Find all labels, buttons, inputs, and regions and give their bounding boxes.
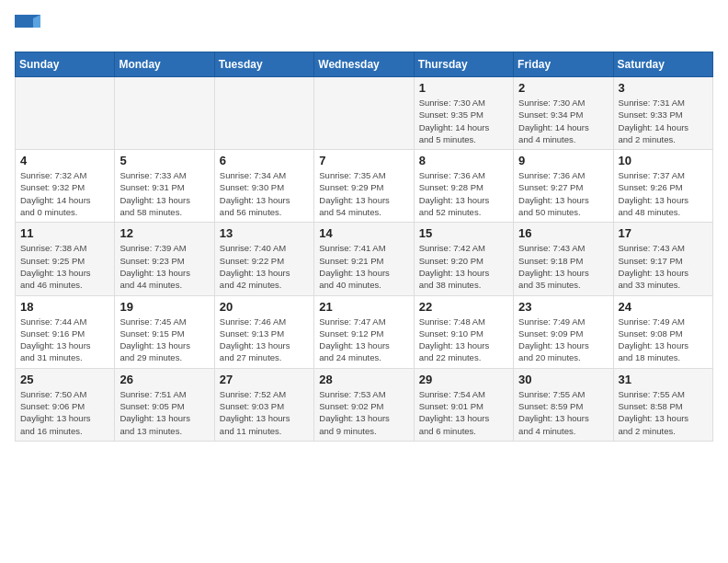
day-number: 28 <box>319 373 408 386</box>
calendar-cell <box>115 77 214 150</box>
day-info: Sunrise: 7:30 AMSunset: 9:35 PMDaylight:… <box>419 97 508 145</box>
calendar-week-row: 18Sunrise: 7:44 AMSunset: 9:16 PMDayligh… <box>16 295 713 368</box>
calendar-cell: 29Sunrise: 7:54 AMSunset: 9:01 PMDayligh… <box>414 368 513 441</box>
calendar-cell: 25Sunrise: 7:50 AMSunset: 9:06 PMDayligh… <box>16 368 115 441</box>
calendar-cell: 13Sunrise: 7:40 AMSunset: 9:22 PMDayligh… <box>214 223 313 295</box>
day-number: 27 <box>220 373 309 386</box>
calendar-cell: 9Sunrise: 7:36 AMSunset: 9:27 PMDaylight… <box>514 150 613 223</box>
day-number: 24 <box>619 300 708 314</box>
calendar-cell: 4Sunrise: 7:32 AMSunset: 9:32 PMDaylight… <box>16 150 115 223</box>
calendar-cell: 3Sunrise: 7:31 AMSunset: 9:33 PMDaylight… <box>613 77 712 150</box>
calendar-cell: 2Sunrise: 7:30 AMSunset: 9:34 PMDaylight… <box>514 77 613 150</box>
day-number: 22 <box>419 300 508 314</box>
day-info: Sunrise: 7:51 AMSunset: 9:05 PMDaylight:… <box>119 388 209 437</box>
day-number: 29 <box>419 373 508 386</box>
calendar-cell <box>16 77 115 150</box>
day-number: 23 <box>518 300 608 314</box>
day-info: Sunrise: 7:36 AMSunset: 9:27 PMDaylight:… <box>518 169 608 218</box>
day-info: Sunrise: 7:41 AMSunset: 9:21 PMDaylight:… <box>319 242 408 291</box>
day-info: Sunrise: 7:54 AMSunset: 9:01 PMDaylight:… <box>419 388 508 437</box>
day-info: Sunrise: 7:55 AMSunset: 8:59 PMDaylight:… <box>518 388 608 437</box>
column-header-monday: Monday <box>115 52 214 77</box>
day-number: 5 <box>119 154 209 167</box>
day-number: 2 <box>518 81 608 95</box>
day-number: 4 <box>20 154 109 167</box>
day-number: 14 <box>319 226 408 240</box>
day-number: 10 <box>619 154 708 167</box>
day-number: 19 <box>119 300 209 314</box>
day-number: 30 <box>518 373 608 386</box>
day-info: Sunrise: 7:49 AMSunset: 9:09 PMDaylight:… <box>518 316 608 364</box>
calendar-cell: 23Sunrise: 7:49 AMSunset: 9:09 PMDayligh… <box>514 295 613 368</box>
calendar-cell: 5Sunrise: 7:33 AMSunset: 9:31 PMDaylight… <box>115 150 214 223</box>
day-number: 17 <box>619 226 708 240</box>
calendar-cell: 16Sunrise: 7:43 AMSunset: 9:18 PMDayligh… <box>514 223 613 295</box>
day-number: 15 <box>419 226 508 240</box>
day-info: Sunrise: 7:55 AMSunset: 8:58 PMDaylight:… <box>619 388 708 437</box>
calendar-cell: 22Sunrise: 7:48 AMSunset: 9:10 PMDayligh… <box>414 295 513 368</box>
column-header-sunday: Sunday <box>16 52 115 77</box>
day-info: Sunrise: 7:31 AMSunset: 9:33 PMDaylight:… <box>619 97 708 145</box>
day-number: 25 <box>20 373 109 386</box>
column-header-wednesday: Wednesday <box>314 52 414 77</box>
logo <box>15 15 44 40</box>
day-number: 13 <box>220 226 309 240</box>
calendar-cell: 27Sunrise: 7:52 AMSunset: 9:03 PMDayligh… <box>214 368 313 441</box>
calendar-cell: 30Sunrise: 7:55 AMSunset: 8:59 PMDayligh… <box>514 368 613 441</box>
day-info: Sunrise: 7:39 AMSunset: 9:23 PMDaylight:… <box>119 242 209 291</box>
calendar-cell: 12Sunrise: 7:39 AMSunset: 9:23 PMDayligh… <box>115 223 214 295</box>
day-info: Sunrise: 7:37 AMSunset: 9:26 PMDaylight:… <box>619 169 708 218</box>
logo-icon <box>15 15 40 40</box>
column-header-saturday: Saturday <box>613 52 712 77</box>
calendar-table: SundayMondayTuesdayWednesdayThursdayFrid… <box>15 52 713 442</box>
day-info: Sunrise: 7:53 AMSunset: 9:02 PMDaylight:… <box>319 388 408 437</box>
day-info: Sunrise: 7:50 AMSunset: 9:06 PMDaylight:… <box>20 388 109 437</box>
day-number: 1 <box>419 81 508 95</box>
calendar-cell <box>314 77 414 150</box>
calendar-cell: 21Sunrise: 7:47 AMSunset: 9:12 PMDayligh… <box>314 295 414 368</box>
day-info: Sunrise: 7:49 AMSunset: 9:08 PMDaylight:… <box>619 316 708 364</box>
calendar-cell: 19Sunrise: 7:45 AMSunset: 9:15 PMDayligh… <box>115 295 214 368</box>
day-info: Sunrise: 7:32 AMSunset: 9:32 PMDaylight:… <box>20 169 109 218</box>
page-header <box>15 15 713 40</box>
calendar-cell: 15Sunrise: 7:42 AMSunset: 9:20 PMDayligh… <box>414 223 513 295</box>
day-number: 12 <box>119 226 209 240</box>
calendar-cell: 20Sunrise: 7:46 AMSunset: 9:13 PMDayligh… <box>214 295 313 368</box>
day-number: 26 <box>119 373 209 386</box>
column-header-thursday: Thursday <box>414 52 513 77</box>
day-info: Sunrise: 7:44 AMSunset: 9:16 PMDaylight:… <box>20 316 109 364</box>
calendar-cell <box>214 77 313 150</box>
day-number: 11 <box>20 226 109 240</box>
day-number: 7 <box>319 154 408 167</box>
calendar-cell: 14Sunrise: 7:41 AMSunset: 9:21 PMDayligh… <box>314 223 414 295</box>
svg-rect-1 <box>15 28 40 40</box>
day-number: 20 <box>220 300 309 314</box>
day-info: Sunrise: 7:40 AMSunset: 9:22 PMDaylight:… <box>220 242 309 291</box>
day-number: 9 <box>518 154 608 167</box>
calendar-cell: 24Sunrise: 7:49 AMSunset: 9:08 PMDayligh… <box>613 295 712 368</box>
calendar-cell: 10Sunrise: 7:37 AMSunset: 9:26 PMDayligh… <box>613 150 712 223</box>
day-info: Sunrise: 7:33 AMSunset: 9:31 PMDaylight:… <box>119 169 209 218</box>
day-info: Sunrise: 7:36 AMSunset: 9:28 PMDaylight:… <box>419 169 508 218</box>
calendar-week-row: 4Sunrise: 7:32 AMSunset: 9:32 PMDaylight… <box>16 150 713 223</box>
day-info: Sunrise: 7:42 AMSunset: 9:20 PMDaylight:… <box>419 242 508 291</box>
day-info: Sunrise: 7:34 AMSunset: 9:30 PMDaylight:… <box>220 169 309 218</box>
calendar-week-row: 1Sunrise: 7:30 AMSunset: 9:35 PMDaylight… <box>16 77 713 150</box>
day-number: 18 <box>20 300 109 314</box>
day-info: Sunrise: 7:48 AMSunset: 9:10 PMDaylight:… <box>419 316 508 364</box>
calendar-cell: 26Sunrise: 7:51 AMSunset: 9:05 PMDayligh… <box>115 368 214 441</box>
calendar-cell: 6Sunrise: 7:34 AMSunset: 9:30 PMDaylight… <box>214 150 313 223</box>
calendar-cell: 11Sunrise: 7:38 AMSunset: 9:25 PMDayligh… <box>16 223 115 295</box>
calendar-cell: 8Sunrise: 7:36 AMSunset: 9:28 PMDaylight… <box>414 150 513 223</box>
day-info: Sunrise: 7:30 AMSunset: 9:34 PMDaylight:… <box>518 97 608 145</box>
column-header-friday: Friday <box>514 52 613 77</box>
calendar-week-row: 11Sunrise: 7:38 AMSunset: 9:25 PMDayligh… <box>16 223 713 295</box>
day-info: Sunrise: 7:46 AMSunset: 9:13 PMDaylight:… <box>220 316 309 364</box>
calendar-cell: 7Sunrise: 7:35 AMSunset: 9:29 PMDaylight… <box>314 150 414 223</box>
calendar-week-row: 25Sunrise: 7:50 AMSunset: 9:06 PMDayligh… <box>16 368 713 441</box>
column-header-tuesday: Tuesday <box>214 52 313 77</box>
day-number: 6 <box>220 154 309 167</box>
calendar-cell: 1Sunrise: 7:30 AMSunset: 9:35 PMDaylight… <box>414 77 513 150</box>
day-info: Sunrise: 7:38 AMSunset: 9:25 PMDaylight:… <box>20 242 109 291</box>
day-info: Sunrise: 7:43 AMSunset: 9:18 PMDaylight:… <box>518 242 608 291</box>
